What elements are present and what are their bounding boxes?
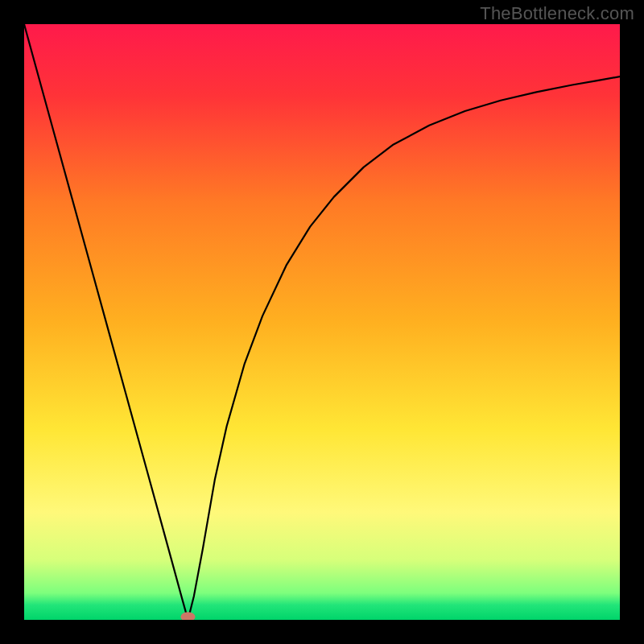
chart-svg	[24, 24, 620, 620]
watermark-text: TheBottleneck.com	[480, 3, 634, 24]
plot-area	[24, 24, 620, 620]
chart-frame: TheBottleneck.com	[0, 0, 644, 644]
gradient-background	[24, 24, 620, 620]
